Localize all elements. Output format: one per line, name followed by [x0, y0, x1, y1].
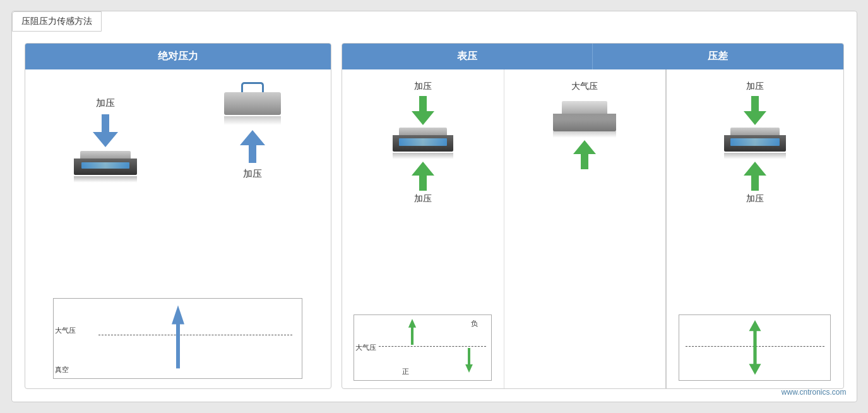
absolute-device-right: 加压 [221, 82, 284, 183]
page-title: 压阻压力传感方法 [12, 11, 102, 32]
gauge-chart-down-arrow [463, 348, 475, 373]
svg-marker-22 [749, 364, 761, 374]
svg-marker-18 [744, 162, 766, 176]
diff-down-arrow [744, 96, 766, 125]
diff-bottom-label: 加压 [746, 193, 764, 205]
svg-rect-3 [249, 145, 256, 163]
panel-absolute: 绝对压力 加压 [25, 43, 332, 389]
chart-arrow-abs [172, 305, 184, 369]
diff-chart-bidirectional-arrow [748, 320, 762, 375]
svg-rect-21 [753, 330, 756, 365]
svg-rect-12 [468, 348, 470, 365]
main-container: 压阻压力传感方法 绝对压力 加压 [11, 11, 857, 402]
svg-marker-13 [465, 364, 473, 373]
svg-marker-4 [172, 305, 184, 324]
svg-marker-1 [93, 132, 118, 147]
diff-chart [679, 314, 831, 381]
svg-marker-7 [412, 111, 434, 125]
atm-line [98, 335, 292, 335]
diff-up-arrow [744, 162, 766, 191]
gauge-left-bottom-label: 加压 [414, 193, 432, 205]
watermark: www.cntronics.com [782, 388, 847, 397]
atm-label-abs: 大气压 [55, 326, 76, 335]
blue-up-arrow-icon [240, 130, 265, 163]
svg-rect-15 [581, 154, 588, 169]
gauge-sensor-flat [391, 128, 455, 159]
gauge-left-down-arrow [412, 96, 434, 125]
right-header-row: 表压 压差 [342, 44, 843, 69]
svg-marker-20 [749, 320, 761, 331]
panel-right-wrap: 表压 压差 加压 [342, 43, 843, 389]
svg-marker-8 [412, 162, 434, 176]
gauge-left-top-label: 加压 [414, 81, 432, 92]
panel-absolute-header: 绝对压力 [25, 44, 331, 69]
sensor-device-handle [221, 82, 284, 125]
gauge-left-col: 加压 [342, 69, 504, 388]
svg-rect-16 [751, 96, 759, 111]
gauge-sensor-box [553, 101, 616, 138]
gauge-left-up-arrow [412, 162, 434, 191]
sensor-device-flat [72, 151, 139, 183]
gauge-right-up-arrow [573, 140, 596, 169]
content-area: 绝对压力 加压 [12, 11, 857, 402]
absolute-bottom-label: 加压 [243, 168, 262, 180]
diff-top-label: 加压 [746, 81, 764, 92]
panel-gauge-header: 表压 [342, 44, 592, 69]
gauge-chart-up-arrow [407, 319, 418, 345]
svg-rect-11 [411, 327, 413, 345]
svg-rect-5 [176, 323, 180, 368]
negative-label: 负 [471, 319, 478, 328]
panel-diff-header: 压差 [592, 44, 843, 69]
diff-sensor-flat [723, 128, 787, 159]
svg-marker-17 [744, 111, 766, 125]
svg-marker-10 [408, 319, 416, 328]
svg-marker-14 [573, 140, 596, 154]
absolute-top-label: 加压 [96, 97, 115, 109]
vacuum-label: 真空 [55, 365, 69, 374]
gauge-right-col: 大气压 [504, 69, 667, 388]
absolute-device-left: 加压 [72, 97, 139, 183]
panel-absolute-body: 加压 [25, 69, 331, 388]
svg-rect-19 [751, 176, 759, 191]
svg-rect-9 [419, 176, 427, 191]
gauge-right-atm-label: 大气压 [571, 81, 598, 92]
gauge-atm-label: 大气压 [355, 343, 376, 352]
svg-rect-6 [419, 96, 427, 111]
diff-col: 加压 [667, 69, 843, 388]
absolute-chart: 真空 大气压 [53, 298, 302, 379]
blue-down-arrow-icon [93, 114, 118, 147]
gauge-chart: 大气压 正 负 [354, 314, 492, 381]
svg-marker-2 [240, 130, 265, 145]
right-body: 加压 [342, 69, 843, 388]
svg-rect-0 [102, 114, 109, 132]
positive-label: 正 [402, 367, 409, 376]
